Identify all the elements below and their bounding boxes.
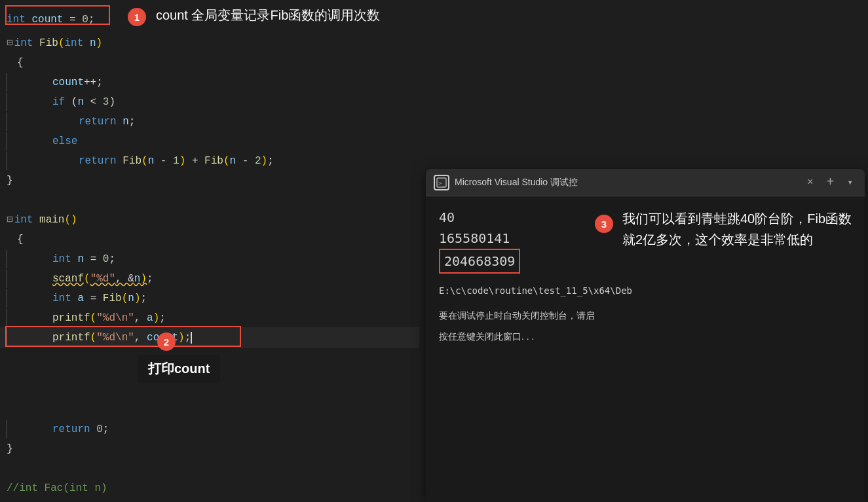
code-line-19: }	[0, 439, 432, 459]
code-text	[26, 10, 32, 29]
code-line-11: ⊟int main()	[0, 209, 432, 230]
code-line-4: count++;	[0, 72, 432, 93]
code-line-5: if (n < 3)	[0, 92, 432, 113]
console-close-button[interactable]: ×	[803, 175, 818, 190]
keyword-int: int	[7, 10, 26, 29]
code-line-6: return n;	[0, 111, 432, 132]
code-line-18: return 0;	[0, 419, 432, 440]
code-line-8: return Fib(n - 1) + Fib(n - 2);	[0, 151, 432, 171]
code-line-17[interactable]: printf("%d\n", count);	[0, 327, 419, 348]
tooltip-print-count: 打印count	[138, 355, 220, 383]
console-add-button[interactable]: +	[823, 173, 839, 191]
code-line-15: int a = Fib(n);	[0, 288, 432, 309]
console-output-3: 204668309	[439, 249, 852, 274]
code-line-7: else	[0, 131, 432, 152]
annotation-1: count 全局变量记录Fib函数的调用次数	[156, 5, 380, 25]
text-cursor	[191, 332, 192, 344]
console-icon: >_	[434, 175, 449, 190]
badge-1: 1	[128, 8, 146, 26]
code-line-12: {	[0, 229, 432, 250]
svg-text:>_: >_	[438, 180, 445, 187]
console-title: Microsoft Visual Studio 调试控	[455, 177, 798, 188]
badge-2: 2	[157, 332, 176, 351]
console-highlighted-value: 204668309	[439, 249, 520, 274]
code-editor: int count = 0; 1 count 全局变量记录Fib函数的调用次数 …	[0, 0, 432, 502]
var-count: count	[31, 10, 63, 29]
code-line-13: int n = 0;	[0, 249, 432, 270]
console-titlebar: >_ Microsoft Visual Studio 调试控 × + ▾	[426, 169, 865, 196]
badge-3: 3	[595, 215, 613, 233]
console-note-2: 按任意键关闭此窗口. . .	[439, 326, 852, 347]
code-line-16: printf("%d\n", a);	[0, 308, 432, 329]
console-path: E:\c\code\routine\test_11_5\x64\Deb	[439, 280, 852, 301]
code-line-3: {	[0, 52, 432, 73]
annotation-3: 我们可以看到青蛙跳40阶台阶，Fib函数就2亿多次，这个效率是非常低的	[622, 208, 858, 250]
console-note-1: 要在调试停止时自动关闭控制台，请启	[439, 305, 852, 326]
console-chevron-button[interactable]: ▾	[844, 175, 857, 189]
code-line-14: scanf("%d", &n);	[0, 268, 432, 289]
code-line-9: }	[0, 170, 432, 191]
code-line-2: ⊟int Fib(int n)	[0, 33, 432, 54]
code-line-21: //int Fac(int n)	[0, 478, 432, 499]
